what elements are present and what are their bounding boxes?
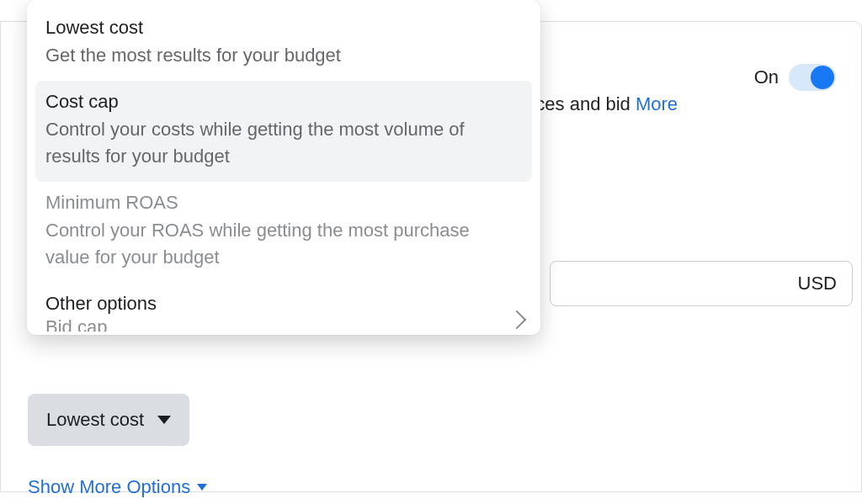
caret-down-icon <box>197 484 207 491</box>
bid-strategy-button-label: Lowest cost <box>46 409 144 431</box>
learn-more-link[interactable]: More <box>636 93 678 114</box>
show-more-options-label: Show More Options <box>28 476 190 498</box>
bid-strategy-button[interactable]: Lowest cost <box>28 394 189 446</box>
budget-currency-suffix: USD <box>550 261 853 306</box>
currency-label: USD <box>798 273 837 294</box>
caret-down-icon <box>157 416 171 424</box>
option-description: Control your ROAS while getting the most… <box>45 217 508 271</box>
other-options-title: Other options <box>45 293 522 315</box>
option-description: Control your costs while getting the mos… <box>45 116 508 170</box>
other-options-sub: Bid cap <box>45 316 522 332</box>
dropdown-option-minimum-roas: Minimum ROAS Control your ROAS while get… <box>27 182 540 283</box>
campaign-budget-toggle[interactable]: On <box>754 64 836 91</box>
option-description: Get the most results for your budget <box>45 42 508 69</box>
show-more-options-link[interactable]: Show More Options <box>28 476 207 498</box>
toggle-knob <box>811 66 834 89</box>
dropdown-other-options[interactable]: Other options Bid cap <box>27 283 540 332</box>
bid-strategy-dropdown[interactable]: Lowest cost Get the most results for you… <box>27 0 540 335</box>
toggle-label: On <box>754 66 779 88</box>
option-title: Minimum ROAS <box>45 192 522 214</box>
option-title: Cost cap <box>45 91 522 113</box>
toggle-switch[interactable] <box>789 64 836 91</box>
option-title: Lowest cost <box>45 17 522 39</box>
dropdown-option-cost-cap[interactable]: Cost cap Control your costs while gettin… <box>35 81 532 182</box>
dropdown-option-lowest-cost[interactable]: Lowest cost Get the most results for you… <box>27 7 540 81</box>
